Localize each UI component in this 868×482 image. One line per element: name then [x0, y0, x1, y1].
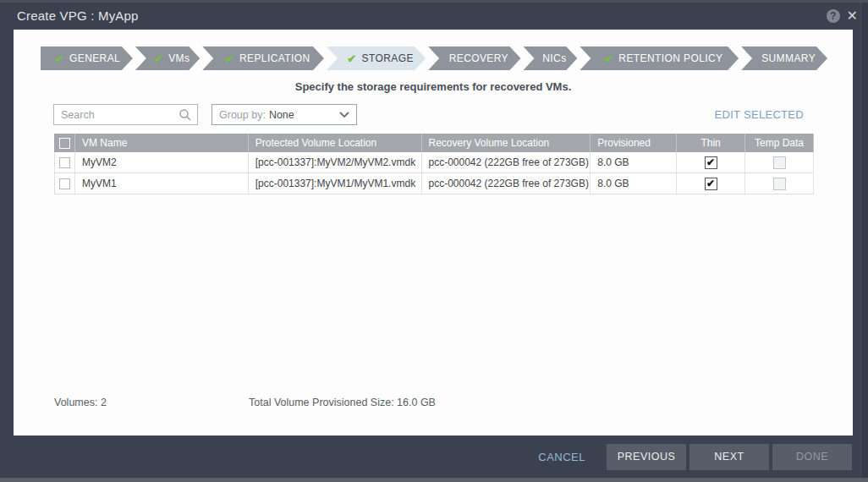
dialog-titlebar: Create VPG : MyApp ? ✕: [0, 3, 868, 30]
step-check-icon: ✔: [154, 52, 163, 65]
page-right-strip: [860, 3, 868, 478]
temp-data-checkbox[interactable]: [773, 178, 786, 190]
step-storage[interactable]: ✔ STORAGE: [327, 47, 426, 70]
temp-data-checkbox[interactable]: [773, 156, 786, 169]
table-header-row: VM NameProtected Volume LocationRecovery…: [54, 134, 814, 152]
row-select-checkbox[interactable]: [59, 157, 70, 168]
thin-checkbox[interactable]: ✔: [705, 156, 717, 169]
provisioned-cell: 8.0 GB: [591, 152, 677, 173]
step-label: NICs: [542, 52, 566, 64]
step-subtitle: Specify the storage requirements for rec…: [14, 80, 853, 93]
chevron-down-icon: [339, 112, 349, 118]
step-label: VMs: [168, 52, 190, 64]
group-by-label: Group by:: [219, 109, 266, 121]
cancel-button[interactable]: CANCEL: [538, 451, 585, 463]
thin-checkbox[interactable]: ✔: [705, 178, 717, 190]
provisioned-cell: 8.0 GB: [591, 173, 677, 194]
total-provisioned-size: Total Volume Provisioned Size: 16.0 GB: [249, 397, 436, 408]
help-icon[interactable]: ?: [827, 9, 840, 23]
step-label: RETENTION POLICY: [618, 52, 722, 64]
step-check-icon: ✔: [225, 52, 234, 65]
select-all-checkbox[interactable]: [59, 138, 70, 149]
toolbar: Group by: None EDIT SELECTED: [53, 104, 814, 125]
search-input[interactable]: [54, 105, 197, 124]
recovery-volume-cell: pcc-000042 (222GB free of 273GB): [422, 152, 591, 173]
step-recovery[interactable]: ✔ RECOVERY: [428, 47, 520, 70]
column-header: Temp Data: [745, 134, 814, 152]
protected-volume-cell: [pcc-001337]:MyVM1/MyVM1.vmdk: [249, 173, 422, 194]
step-label: STORAGE: [362, 52, 414, 64]
step-retention-policy[interactable]: ✔ RETENTION POLICY: [580, 47, 739, 70]
group-by-dropdown[interactable]: Group by: None: [212, 104, 357, 125]
wizard-steps: ✔ GENERAL ✔ VMs ✔ REPLICATION ✔ STORAGE …: [41, 47, 827, 70]
titlebar-icons: ? ✕: [827, 9, 858, 23]
search-icon: [179, 108, 192, 122]
column-header: Recovery Volume Location: [422, 134, 591, 152]
step-vms[interactable]: ✔ VMs: [135, 47, 200, 70]
column-header: Thin: [677, 134, 745, 152]
temp-data-cell: [745, 152, 814, 173]
group-by-value: None: [269, 109, 294, 121]
step-label: GENERAL: [69, 52, 120, 64]
step-label: SUMMARY: [761, 52, 816, 64]
step-label: RECOVERY: [449, 52, 508, 64]
next-button[interactable]: NEXT: [689, 444, 769, 470]
column-header: Protected Volume Location: [249, 134, 422, 152]
step-replication[interactable]: ✔ REPLICATION: [202, 47, 324, 70]
table-row[interactable]: MyVM2 [pcc-001337]:MyVM2/MyVM2.vmdk pcc-…: [54, 152, 814, 173]
volumes-count: Volumes: 2: [54, 397, 107, 408]
step-nics[interactable]: ✔ NICs: [524, 47, 578, 70]
protected-volume-cell: [pcc-001337]:MyVM2/MyVM2.vmdk: [249, 152, 422, 173]
column-header: Provisioned: [591, 134, 677, 152]
step-summary[interactable]: ✔ SUMMARY: [741, 47, 827, 70]
step-label: REPLICATION: [239, 52, 310, 64]
close-icon[interactable]: ✕: [847, 9, 858, 23]
vm-name-cell: MyVM1: [75, 173, 249, 194]
step-check-icon: ✔: [604, 52, 613, 65]
recovery-volume-cell: pcc-000042 (222GB free of 273GB): [422, 173, 591, 194]
step-check-icon: ✔: [347, 52, 356, 65]
dialog-panel: ✔ GENERAL ✔ VMs ✔ REPLICATION ✔ STORAGE …: [14, 30, 853, 435]
step-general[interactable]: ✔ GENERAL: [41, 47, 133, 70]
dialog-title: Create VPG : MyApp: [17, 8, 139, 23]
done-button[interactable]: DONE: [772, 444, 852, 470]
search-box: [53, 104, 198, 125]
thin-cell: ✔: [677, 152, 745, 173]
dialog-footer: CANCEL PREVIOUS NEXT DONE: [0, 435, 868, 478]
thin-cell: ✔: [677, 173, 745, 194]
page-bottom-strip: [0, 478, 868, 482]
column-header: VM Name: [75, 134, 249, 152]
row-checkbox-cell: [55, 173, 75, 194]
row-checkbox-cell: [55, 152, 75, 173]
table-row[interactable]: MyVM1 [pcc-001337]:MyVM1/MyVM1.vmdk pcc-…: [54, 173, 814, 194]
temp-data-cell: [745, 173, 814, 194]
table-header-checkbox-cell: [55, 134, 75, 152]
row-select-checkbox[interactable]: [59, 178, 70, 189]
previous-button[interactable]: PREVIOUS: [607, 444, 686, 470]
step-check-icon: ✔: [55, 52, 64, 65]
edit-selected-link[interactable]: EDIT SELECTED: [714, 108, 804, 121]
volumes-table: VM NameProtected Volume LocationRecovery…: [54, 134, 814, 194]
vm-name-cell: MyVM2: [75, 152, 249, 173]
table-summary: Volumes: 2 Total Volume Provisioned Size…: [54, 397, 107, 408]
